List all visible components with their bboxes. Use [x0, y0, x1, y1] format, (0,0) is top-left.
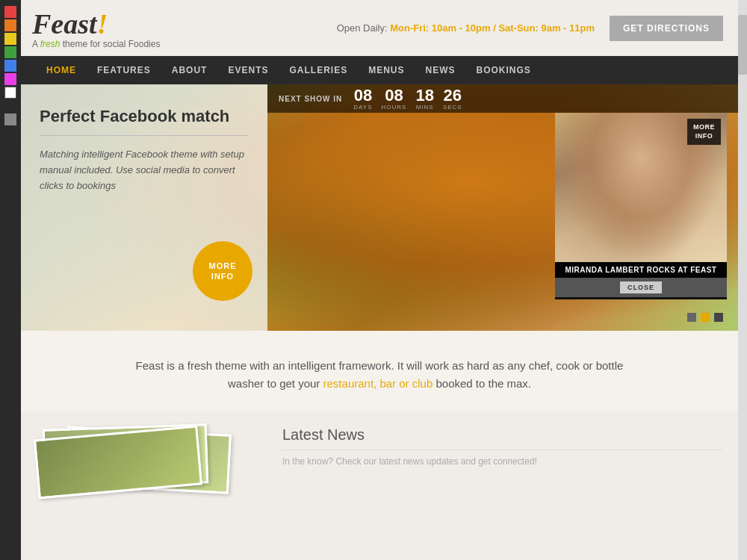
logo-exclaim: !: [97, 8, 108, 40]
hero-title: Perfect Facebook match: [40, 107, 249, 136]
nav-features[interactable]: FEATURES: [87, 56, 161, 84]
nav-events[interactable]: EVENTS: [217, 56, 279, 84]
countdown-mins-unit: MINS: [416, 104, 434, 111]
body-line2-suffix: booked to the max.: [433, 377, 531, 390]
slider-dot-1[interactable]: [687, 313, 696, 322]
countdown-bar: NEXT SHOW IN 08 DAYS 08 HOURS 18 MINS 26…: [267, 84, 738, 113]
body-line2-highlight: restaurant, bar or club: [323, 377, 433, 390]
more-info-line1: MORE: [209, 261, 237, 271]
news-title: Latest News: [282, 426, 723, 444]
countdown-secs-num: 26: [444, 87, 462, 104]
countdown-mins-num: 18: [415, 87, 433, 104]
artist-photo: MORE INFO: [555, 113, 727, 262]
hero-slider: NEXT SHOW IN 08 DAYS 08 HOURS 18 MINS 26…: [21, 84, 738, 331]
left-color-bar: [0, 0, 21, 560]
more-info-button[interactable]: MORE INFO: [193, 241, 252, 301]
nav-news[interactable]: NEWS: [415, 56, 465, 84]
thumbnail-column: [36, 426, 260, 494]
artist-name: MIRANDA LAMBERT ROCKS AT FEAST: [555, 262, 727, 278]
swatch-blue[interactable]: [4, 60, 16, 72]
artist-popup: MORE INFO MIRANDA LAMBERT ROCKS AT FEAST…: [555, 113, 727, 299]
main-nav: HOME FEATURES ABOUT EVENTS GALLERIES MEN…: [21, 56, 738, 84]
nav-about[interactable]: ABOUT: [161, 56, 218, 84]
swatch-red[interactable]: [4, 6, 16, 18]
logo: Feast!: [32, 7, 160, 40]
nav-bookings[interactable]: BOOKINGS: [465, 56, 541, 84]
slider-dot-3[interactable]: [714, 313, 723, 322]
swatch-darkgray[interactable]: [4, 100, 16, 112]
nav-home[interactable]: HOME: [36, 56, 87, 84]
swatch-white[interactable]: [4, 87, 16, 99]
artist-close-button[interactable]: CLOSE: [620, 281, 662, 293]
scrollbar[interactable]: [738, 0, 747, 560]
body-line2-prefix: washer to get your: [228, 377, 323, 390]
bottom-section: Latest News In the know? Check our lates…: [21, 411, 738, 494]
body-text: Feast is a fresh theme with an intellige…: [66, 357, 693, 393]
header: Feast! A fresh theme for social Foodies …: [21, 0, 738, 56]
swatch-gray[interactable]: [4, 113, 16, 125]
news-column: Latest News In the know? Check our lates…: [282, 426, 723, 494]
artist-more-info-line2: INFO: [695, 132, 713, 140]
countdown-days-unit: DAYS: [353, 104, 372, 111]
swatch-orange[interactable]: [4, 19, 16, 31]
artist-more-info-button[interactable]: MORE INFO: [687, 119, 721, 145]
body-text-section: Feast is a fresh theme with an intellige…: [21, 331, 738, 411]
logo-tagline: A fresh theme for social Foodies: [32, 39, 160, 49]
thumbnail-stack: [36, 426, 260, 494]
countdown-mins: 18 MINS: [415, 87, 433, 111]
logo-text: Feast: [32, 8, 97, 40]
countdown-secs-unit: SECS: [443, 104, 462, 111]
artist-close-area: CLOSE: [555, 278, 727, 297]
countdown-hours: 08 HOURS: [382, 87, 407, 111]
tagline-fresh: fresh: [40, 39, 61, 49]
open-label: Open Daily:: [337, 22, 391, 34]
open-hours: Open Daily: Mon-Fri: 10am - 10pm / Sat-S…: [337, 22, 595, 34]
countdown-label: NEXT SHOW IN: [279, 95, 342, 103]
body-line1: Feast is a fresh theme with an intellige…: [136, 359, 624, 372]
swatch-pink[interactable]: [4, 73, 16, 85]
slider-dots: [687, 313, 723, 322]
directions-button[interactable]: GET DIRECTIONS: [610, 16, 723, 41]
artist-more-info-line1: MORE: [693, 123, 715, 131]
swatch-yellow[interactable]: [4, 33, 16, 45]
countdown-days-num: 08: [354, 87, 372, 104]
header-right: Open Daily: Mon-Fri: 10am - 10pm / Sat-S…: [337, 16, 723, 41]
hero-description: Matching intelligent Facebook theme with…: [40, 147, 249, 193]
open-hours-text: Mon-Fri: 10am - 10pm / Sat-Sun: 9am - 11…: [390, 22, 595, 34]
swatch-green[interactable]: [4, 46, 16, 58]
logo-area: Feast! A fresh theme for social Foodies: [32, 7, 160, 49]
countdown-secs: 26 SECS: [443, 87, 462, 111]
countdown-hours-unit: HOURS: [382, 104, 407, 111]
more-info-line2: INFO: [211, 271, 234, 281]
nav-menus[interactable]: MENUS: [358, 56, 415, 84]
slider-dot-2[interactable]: [701, 313, 710, 322]
nav-galleries[interactable]: GALLERIES: [279, 56, 358, 84]
countdown-hours-num: 08: [385, 87, 403, 104]
countdown-days: 08 DAYS: [353, 87, 372, 111]
news-subtitle: In the know? Check our latest news updat…: [282, 449, 723, 467]
